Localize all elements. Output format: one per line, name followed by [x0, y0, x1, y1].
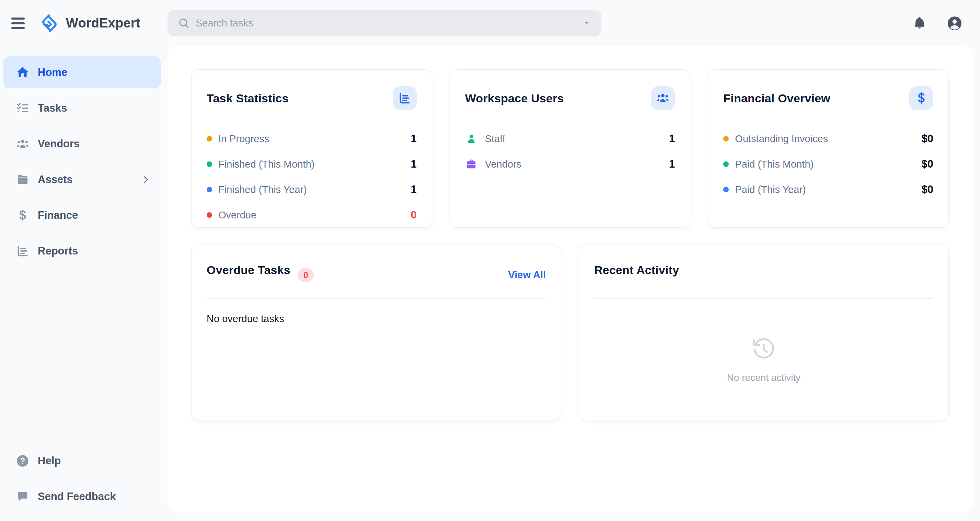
- stat-value: $0: [922, 158, 933, 170]
- overdue-empty-text: No overdue tasks: [207, 313, 546, 325]
- status-dot: [207, 187, 212, 192]
- stat-label: Outstanding Invoices: [735, 133, 828, 145]
- sidebar-item-label: Vendors: [38, 138, 80, 150]
- stat-label: Paid (This Month): [735, 159, 813, 170]
- sidebar: Home Tasks Vendors: [0, 46, 167, 521]
- notifications-bell-icon[interactable]: [912, 16, 927, 31]
- chevron-right-icon[interactable]: [141, 174, 151, 185]
- stat-value: $0: [922, 132, 933, 145]
- stat-label: Paid (This Year): [735, 184, 806, 195]
- sidebar-item-label: Finance: [38, 209, 78, 221]
- sidebar-footer: Help Send Feedback: [0, 435, 167, 516]
- task-statistics-card: Task Statistics In Progress 1 Finished (…: [191, 69, 432, 228]
- stat-label: Finished (This Year): [218, 184, 307, 195]
- stat-row: Finished (This Year) 1: [207, 183, 417, 196]
- card-divider: [594, 298, 933, 299]
- hamburger-menu-icon[interactable]: [11, 18, 25, 29]
- sidebar-item-label: Home: [38, 66, 67, 79]
- wordexpert-logo-icon: [38, 12, 60, 34]
- bar-chart-icon: [393, 86, 417, 110]
- status-dot: [723, 136, 729, 142]
- search-icon: [178, 17, 189, 29]
- briefcase-icon: [465, 158, 477, 170]
- stat-row: Staff 1: [465, 132, 675, 145]
- overdue-tasks-card: Overdue Tasks 0 View All No overdue task…: [191, 245, 561, 421]
- topbar-actions: [912, 0, 963, 46]
- workspace-users-card: Workspace Users Staff: [450, 69, 690, 228]
- sidebar-item-label: Help: [38, 455, 61, 467]
- stat-label: Overdue: [218, 209, 256, 221]
- summary-cards-row: Task Statistics In Progress 1 Finished (…: [191, 69, 949, 228]
- stat-row: Outstanding Invoices $0: [723, 132, 933, 145]
- sidebar-item-help[interactable]: Help: [3, 445, 161, 477]
- sidebar-item-label: Assets: [38, 174, 73, 186]
- stat-value: $0: [922, 183, 933, 196]
- checklist-icon: [16, 101, 30, 115]
- brand-logo: WordExpert: [38, 12, 140, 34]
- sidebar-item-reports[interactable]: Reports: [3, 235, 161, 267]
- people-icon: [16, 137, 30, 151]
- history-icon: [751, 336, 777, 362]
- card-title: Financial Overview: [723, 92, 830, 105]
- recent-activity-empty-text: No recent activity: [727, 372, 801, 383]
- view-all-link[interactable]: View All: [508, 269, 546, 280]
- person-icon: [465, 132, 477, 145]
- sidebar-item-assets[interactable]: Assets: [3, 164, 161, 195]
- status-dot: [207, 136, 212, 142]
- stat-label: In Progress: [218, 133, 269, 145]
- stat-label: Staff: [485, 133, 505, 145]
- folder-icon: [16, 173, 30, 186]
- sidebar-item-label: Reports: [38, 245, 78, 257]
- search-input[interactable]: [195, 17, 582, 29]
- help-icon: [16, 454, 30, 468]
- sidebar-item-label: Send Feedback: [38, 491, 116, 503]
- stat-value: 1: [410, 132, 416, 145]
- sidebar-item-tasks[interactable]: Tasks: [3, 92, 161, 124]
- stat-value: 1: [669, 158, 675, 170]
- user-avatar[interactable]: [947, 15, 963, 32]
- detail-cards-row: Overdue Tasks 0 View All No overdue task…: [191, 245, 949, 421]
- financial-overview-card: Financial Overview Outstanding Invoices …: [708, 69, 949, 228]
- stat-label: Finished (This Month): [218, 159, 314, 170]
- search-bar[interactable]: [167, 10, 601, 37]
- stat-label: Vendors: [485, 159, 522, 170]
- search-dropdown-caret-icon[interactable]: [582, 19, 591, 27]
- status-dot: [207, 212, 212, 218]
- main-content: Task Statistics In Progress 1 Finished (…: [167, 46, 974, 513]
- stat-row: Vendors 1: [465, 158, 675, 170]
- dollar-icon: [909, 86, 933, 110]
- status-dot: [207, 161, 212, 167]
- status-dot: [723, 161, 729, 167]
- card-title: Recent Activity: [594, 263, 679, 277]
- bar-chart-icon: [16, 244, 30, 258]
- recent-activity-empty-state: No recent activity: [594, 336, 933, 383]
- card-divider: [207, 298, 546, 299]
- overdue-count-badge: 0: [298, 268, 314, 282]
- recent-activity-card: Recent Activity No recent activity: [579, 245, 949, 421]
- stat-row: Finished (This Month) 1: [207, 158, 417, 170]
- stat-row: In Progress 1: [207, 132, 417, 145]
- stat-value: 0: [410, 209, 416, 221]
- dollar-icon: $: [16, 209, 30, 222]
- stat-value: 1: [410, 183, 416, 196]
- sidebar-item-label: Tasks: [38, 102, 67, 115]
- stat-value: 1: [669, 132, 675, 145]
- chat-bubble-icon: [16, 490, 30, 503]
- brand-name: WordExpert: [66, 16, 140, 30]
- stat-row: Overdue 0: [207, 209, 417, 221]
- stat-row: Paid (This Year) $0: [723, 183, 933, 196]
- sidebar-item-home[interactable]: Home: [3, 56, 161, 88]
- stat-value: 1: [410, 158, 416, 170]
- card-title: Task Statistics: [207, 92, 289, 105]
- topbar: WordExpert: [0, 0, 980, 46]
- card-title: Workspace Users: [465, 92, 564, 105]
- people-group-icon: [651, 86, 675, 110]
- card-title: Overdue Tasks: [207, 263, 290, 277]
- home-icon: [16, 65, 30, 79]
- sidebar-item-finance[interactable]: $ Finance: [3, 199, 161, 231]
- stat-row: Paid (This Month) $0: [723, 158, 933, 170]
- sidebar-item-vendors[interactable]: Vendors: [3, 128, 161, 160]
- sidebar-item-send-feedback[interactable]: Send Feedback: [3, 481, 161, 512]
- status-dot: [723, 187, 729, 192]
